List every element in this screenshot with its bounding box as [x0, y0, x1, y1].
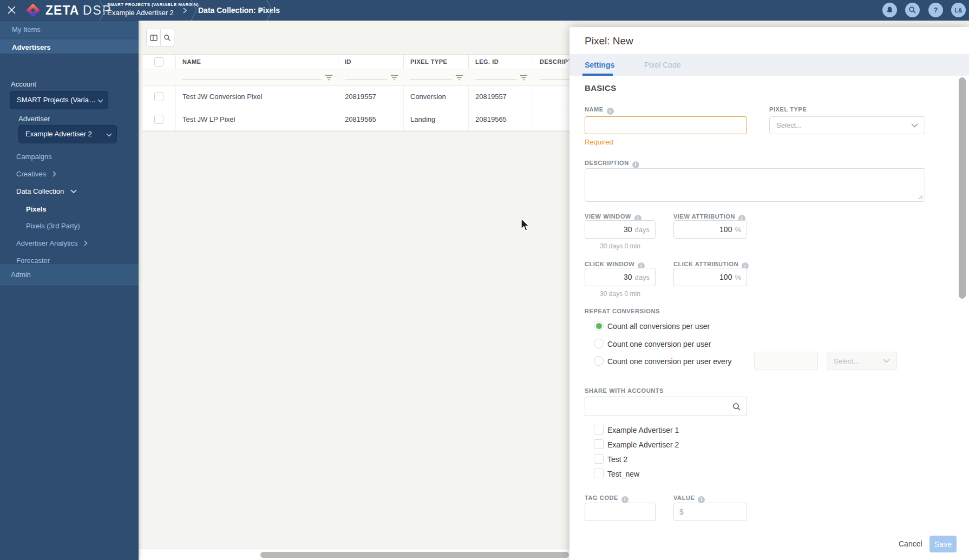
repeat-every-value-input[interactable] — [754, 352, 818, 370]
description-field[interactable] — [585, 168, 925, 202]
breadcrumb-account-eyebrow: SMART PROJECTS (VARIABLE MARGIN) — [107, 2, 199, 7]
share-accounts-search-input[interactable] — [585, 397, 747, 416]
info-icon[interactable] — [632, 161, 639, 168]
panel-scrollbar-thumb[interactable] — [959, 77, 966, 299]
value-label: VALUE — [673, 495, 705, 503]
filter-icon[interactable] — [455, 75, 463, 81]
chevron-right-icon[interactable] — [259, 8, 263, 14]
account-select-value: SMART Projects (Variable Margin) — [17, 91, 99, 109]
filter-icon[interactable] — [390, 75, 398, 81]
chevron-down-icon — [883, 359, 890, 363]
click-attribution-input[interactable]: 100 % — [673, 268, 747, 286]
filter-cell-pixel-type[interactable] — [404, 69, 469, 85]
checkbox-example-advertiser-1[interactable] — [594, 425, 604, 434]
sidebar-my-items-label: My Items — [12, 21, 41, 38]
save-button[interactable]: Save — [929, 536, 957, 552]
bell-icon — [886, 6, 894, 14]
brand-zeta: ZETA — [45, 0, 79, 21]
radio-count-all-conversions[interactable] — [594, 321, 604, 331]
column-header-leg-id[interactable]: LEG. ID — [469, 55, 533, 69]
sidebar-item-creatives[interactable]: Creatives — [16, 169, 155, 180]
name-field[interactable] — [585, 116, 747, 134]
cell-pixel-type: Landing — [404, 108, 468, 131]
search-icon[interactable] — [732, 403, 741, 411]
radio-count-one-every[interactable] — [594, 356, 604, 366]
help-button[interactable] — [928, 3, 943, 17]
account-option-label[interactable]: Example Advertiser 2 — [607, 440, 679, 449]
radio-count-all-label[interactable]: Count all conversions per user — [607, 322, 710, 331]
table-search-button[interactable] — [160, 29, 174, 46]
sidebar-item-pixels[interactable]: Pixels — [26, 205, 165, 215]
pixel-type-label: PIXEL TYPE — [769, 106, 807, 113]
close-icon[interactable] — [7, 5, 16, 17]
select-all-checkbox[interactable] — [154, 57, 163, 67]
columns-button[interactable] — [147, 29, 160, 46]
tab-pixel-code[interactable]: Pixel Code — [644, 54, 681, 76]
filter-icon[interactable] — [325, 75, 333, 81]
horizontal-scrollbar-thumb[interactable] — [260, 552, 569, 558]
account-option-label[interactable]: Example Advertiser 1 — [607, 426, 679, 434]
filter-icon[interactable] — [520, 75, 528, 81]
chevron-down-icon — [70, 189, 77, 194]
checkbox-example-advertiser-2[interactable] — [594, 439, 604, 449]
radio-count-one-label[interactable]: Count one conversion per user — [607, 340, 711, 348]
resize-handle-icon[interactable] — [918, 195, 923, 200]
value-input[interactable]: $ — [673, 503, 747, 521]
advertiser-analytics-label: Advertiser Analytics — [16, 239, 77, 247]
info-icon[interactable] — [607, 108, 614, 115]
pixels-3rd-party-label: Pixels (3rd Party) — [26, 222, 80, 230]
sidebar-item-admin[interactable]: Admin — [0, 265, 139, 285]
account-select[interactable]: SMART Projects (Variable Margin) — [10, 91, 108, 109]
admin-label: Admin — [11, 265, 31, 284]
row-checkbox[interactable] — [154, 115, 163, 124]
name-label: NAME — [585, 106, 614, 115]
sidebar-item-advertiser-analytics[interactable]: Advertiser Analytics — [16, 239, 155, 249]
fixed-column-divider — [259, 549, 259, 560]
filter-cell-id[interactable] — [338, 69, 404, 85]
radio-count-one-conversion[interactable] — [594, 339, 604, 348]
column-header-name[interactable]: NAME — [176, 55, 338, 69]
chevron-down-icon — [911, 123, 918, 128]
filter-cell-leg-id[interactable] — [469, 69, 533, 85]
account-label: Account — [11, 80, 36, 88]
view-attribution-input[interactable]: 100 % — [673, 220, 747, 239]
account-option-label[interactable]: Test 2 — [607, 455, 627, 464]
cell-id: 20819557 — [338, 85, 403, 108]
advertiser-select[interactable]: Example Advertiser 2 — [18, 125, 117, 143]
tag-code-input[interactable] — [585, 503, 656, 521]
click-window-input[interactable]: 30 days — [585, 268, 656, 286]
filter-cell-name[interactable] — [176, 69, 338, 85]
tab-settings[interactable]: Settings — [585, 54, 614, 76]
chevron-right-icon — [53, 171, 56, 177]
column-header-id[interactable]: ID — [338, 55, 403, 69]
row-checkbox[interactable] — [154, 92, 163, 101]
table-toolbar — [146, 29, 174, 47]
pixel-type-select[interactable]: Select... — [769, 116, 925, 134]
click-window-helper: 30 days 0 min — [585, 290, 656, 298]
checkbox-test-2[interactable] — [594, 454, 604, 464]
share-with-accounts-label: SHARE WITH ACCOUNTS — [585, 387, 664, 394]
account-option-label[interactable]: Test_new — [607, 470, 639, 478]
name-input[interactable] — [585, 117, 747, 134]
sidebar-item-campaigns[interactable]: Campaigns — [16, 152, 155, 163]
chevron-right-icon[interactable] — [183, 8, 187, 14]
notifications-button[interactable] — [882, 3, 897, 17]
name-required-message: Required — [585, 138, 613, 146]
repeat-every-unit-select[interactable]: Select... — [827, 352, 897, 370]
sidebar-item-advertisers[interactable]: Advertisers — [0, 39, 139, 54]
share-accounts-search[interactable] — [585, 397, 747, 416]
view-window-input[interactable]: 30 days — [585, 220, 656, 239]
checkbox-test-new[interactable] — [594, 469, 604, 478]
sidebar-item-my-items[interactable]: My Items — [0, 21, 139, 38]
sidebar-item-pixels-3rd-party[interactable]: Pixels (3rd Party) — [26, 221, 165, 232]
sidebar-item-data-collection[interactable]: Data Collection — [16, 187, 155, 197]
description-textarea[interactable] — [585, 169, 925, 201]
global-search-button[interactable] — [905, 3, 920, 17]
column-header-pixel-type[interactable]: PIXEL TYPE — [404, 55, 468, 69]
forecaster-label: Forecaster — [16, 256, 50, 265]
cancel-button[interactable]: Cancel — [899, 536, 922, 552]
chevron-down-icon — [106, 133, 112, 137]
search-icon — [908, 6, 916, 14]
radio-count-one-every-label[interactable]: Count one conversion per user every — [607, 357, 732, 366]
user-avatar[interactable]: L& — [951, 3, 966, 17]
